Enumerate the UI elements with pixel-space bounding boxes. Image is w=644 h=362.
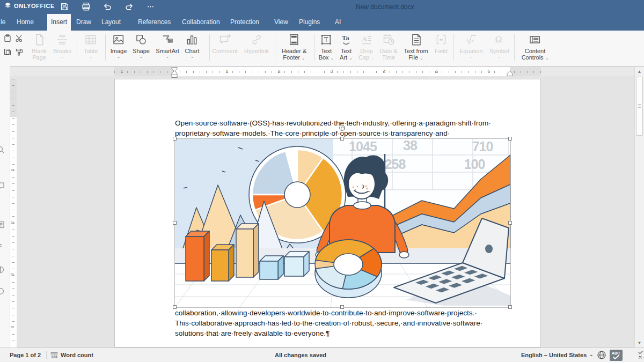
illustration-number: 258 bbox=[385, 157, 406, 172]
scroll-down-button[interactable]: ▼ bbox=[636, 339, 643, 346]
undo-button[interactable] bbox=[103, 2, 113, 12]
app-logo-text: ONLYOFFICE bbox=[14, 3, 55, 9]
format-painter-icon[interactable] bbox=[15, 48, 24, 58]
svg-text:A: A bbox=[362, 35, 367, 43]
vertical-scrollbar[interactable]: ▲ ▼ bbox=[634, 67, 644, 348]
copy-icon[interactable] bbox=[3, 48, 12, 58]
text-line: Open·source·software·(OSS)·has·revolutio… bbox=[175, 118, 518, 128]
right-indent-marker[interactable] bbox=[507, 70, 513, 76]
save-button[interactable] bbox=[60, 2, 70, 12]
rotation-handle[interactable] bbox=[339, 125, 345, 131]
paragraph[interactable]: Open·source·software·(OSS)·has·revolutio… bbox=[175, 118, 518, 138]
drop-cap-button: A DropCap⌄ bbox=[358, 33, 375, 62]
text-from-file-button[interactable]: Text fromFile⌄ bbox=[404, 33, 428, 62]
tab-home[interactable]: Home bbox=[17, 14, 34, 31]
status-bar: Page 1 of 2 123 Word count All changes s… bbox=[0, 348, 644, 362]
tab-layout[interactable]: Layout bbox=[101, 14, 121, 31]
chevron-down-icon: ⌄ bbox=[470, 55, 473, 59]
chevron-down-icon: ⌄ bbox=[349, 56, 353, 61]
ruler-number: 4 bbox=[383, 69, 385, 74]
equation-button: x Equation ⌄ bbox=[459, 33, 482, 59]
word-count-label[interactable]: Word count bbox=[61, 352, 93, 358]
chevron-down-icon: ⌄ bbox=[140, 55, 143, 59]
language-selector[interactable]: English – United States bbox=[521, 352, 587, 358]
resize-handle-top-center[interactable] bbox=[340, 137, 344, 141]
tab-ai[interactable]: AI bbox=[335, 14, 341, 31]
save-status: All changes saved bbox=[275, 352, 326, 358]
illustration-number: 38 bbox=[403, 139, 418, 153]
smartart-button[interactable]: SmartArt ⌄ bbox=[156, 33, 179, 59]
onlyoffice-document-editor: ONLYOFFICE New document.docx le Home Ins… bbox=[0, 0, 644, 362]
paragraph[interactable]: collaboration,·allowing·developers·world… bbox=[175, 308, 518, 338]
tab-insert[interactable]: Insert bbox=[47, 14, 71, 31]
search-icon[interactable] bbox=[0, 145, 5, 154]
shape-button[interactable]: Shape ⌄ bbox=[133, 33, 150, 59]
page-indicator[interactable]: Page 1 of 2 bbox=[10, 352, 41, 358]
scroll-up-button[interactable]: ▲ bbox=[636, 68, 643, 75]
tab-draw[interactable]: Draw bbox=[76, 14, 91, 31]
chevron-down-icon: ⌄ bbox=[302, 56, 305, 61]
date-time-button: Date &Time bbox=[379, 33, 398, 61]
chart-button[interactable]: Chart ⌄ bbox=[185, 33, 200, 59]
scrollbar-thumb[interactable] bbox=[636, 77, 643, 136]
headings-icon[interactable] bbox=[0, 220, 5, 229]
ribbon-tabs: le Home Insert Draw Layout References Co… bbox=[0, 14, 644, 31]
text-line: collaboration,·allowing·developers·world… bbox=[175, 308, 518, 318]
indent-markers[interactable] bbox=[171, 67, 178, 78]
document-title: New document.docx bbox=[356, 3, 414, 11]
svg-text:123: 123 bbox=[51, 355, 57, 359]
vertical-ruler: 1 2 3 4 bbox=[10, 79, 17, 348]
tab-file-partial[interactable]: le bbox=[1, 14, 5, 31]
cut-icon[interactable] bbox=[15, 34, 24, 45]
tab-view[interactable]: View bbox=[274, 14, 288, 31]
tab-references[interactable]: References bbox=[138, 14, 171, 31]
resize-handle-top-right[interactable] bbox=[508, 137, 512, 141]
print-button[interactable] bbox=[82, 2, 91, 12]
word-count-icon[interactable]: 123 bbox=[50, 351, 58, 360]
ruler-number: 5 bbox=[435, 69, 438, 74]
data-analytics-illustration: 1045 38 710 258 100 bbox=[175, 139, 510, 307]
chevron-down-icon: ⌄ bbox=[589, 352, 594, 357]
spell-check-toggle[interactable]: ABC bbox=[610, 350, 623, 361]
comment-button: Comment bbox=[212, 33, 238, 54]
comments-icon[interactable] bbox=[0, 181, 5, 190]
text-art-button[interactable]: Ta TextArt⌄ bbox=[339, 33, 353, 62]
content-controls-button[interactable]: ContentControls⌄ bbox=[522, 33, 549, 62]
text-box-button[interactable]: TextBox⌄ bbox=[319, 33, 334, 62]
ruler-number: 3 bbox=[330, 69, 333, 74]
resize-handle-top-left[interactable] bbox=[173, 137, 177, 141]
chevron-down-icon: ⌄ bbox=[191, 55, 194, 59]
onlyoffice-logo-icon bbox=[4, 2, 11, 9]
blank-page-button: BlankPage bbox=[32, 33, 47, 61]
ruler-number: 1 bbox=[10, 168, 15, 171]
ruler-number: 2 bbox=[10, 221, 15, 224]
feedback-icon[interactable] bbox=[0, 265, 5, 274]
ruler-number: 6 bbox=[487, 69, 490, 74]
breaks-button: Breaks ⌄ bbox=[53, 33, 71, 59]
header-footer-button[interactable]: Header &Footer⌄ bbox=[282, 33, 306, 62]
resize-handle-middle-right[interactable] bbox=[508, 221, 512, 225]
document-page[interactable]: Open·source·software·(OSS)·has·revolutio… bbox=[114, 79, 541, 348]
tab-plugins[interactable]: Plugins bbox=[299, 14, 320, 31]
illustration-number: 1045 bbox=[349, 139, 377, 154]
chevron-down-icon: ⌄ bbox=[166, 55, 170, 59]
track-changes-icon[interactable] bbox=[638, 350, 644, 361]
paste-icon[interactable] bbox=[3, 34, 12, 45]
chat-icon[interactable] bbox=[0, 242, 5, 250]
set-language-globe-icon[interactable] bbox=[597, 350, 606, 361]
svg-text:x: x bbox=[471, 37, 474, 43]
resize-handle-middle-left[interactable] bbox=[173, 221, 177, 225]
more-actions-button[interactable] bbox=[146, 2, 156, 12]
ruler-number: 3 bbox=[10, 273, 15, 276]
image-button[interactable]: Image ⌄ bbox=[111, 33, 127, 59]
tab-protection[interactable]: Protection bbox=[230, 14, 259, 31]
ruler-number: 1 bbox=[225, 69, 228, 74]
tab-collaboration[interactable]: Collaboration bbox=[182, 14, 220, 31]
svg-text:Ω: Ω bbox=[495, 34, 502, 45]
redo-button[interactable] bbox=[125, 2, 134, 12]
spell-check-abc-label: ABC bbox=[612, 351, 620, 355]
selected-image[interactable]: 1045 38 710 258 100 bbox=[175, 139, 510, 307]
about-icon[interactable] bbox=[0, 287, 5, 295]
ruler-number: 1 bbox=[120, 69, 123, 74]
chevron-down-icon: ⌄ bbox=[497, 55, 501, 59]
